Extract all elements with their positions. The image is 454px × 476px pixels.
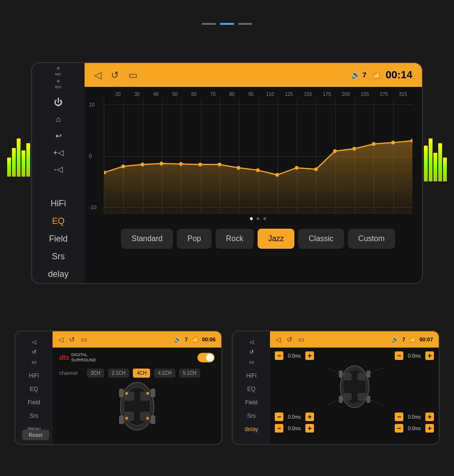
r-small-sidebar-delay[interactable]: delay <box>233 423 270 436</box>
eq-chart-area: 20 30 40 50 60 70 80 95 110 125 150 175 … <box>85 87 422 283</box>
delay-rr-minus[interactable]: − <box>395 424 403 433</box>
r-small-back-icon[interactable]: ◁ <box>249 339 253 345</box>
freq-labels: 20 30 40 50 60 70 80 95 110 125 150 175 … <box>108 92 412 97</box>
volume-display: 🔊 7 <box>351 71 367 79</box>
delay-ml-minus[interactable]: − <box>275 413 283 421</box>
delay-fr-value: 0.0ms <box>405 353 423 359</box>
r-small-sidebar-hifi[interactable]: HiFi <box>233 369 270 382</box>
small-sidebar-field[interactable]: Field <box>15 396 53 409</box>
eq-point[interactable] <box>314 167 318 171</box>
preset-pop[interactable]: Pop <box>177 229 211 249</box>
eq-point[interactable] <box>141 162 144 166</box>
ch-51ch[interactable]: 5.1CH <box>179 369 200 378</box>
r-small-sidebar-field[interactable]: Field <box>233 396 270 409</box>
dot-1[interactable] <box>250 217 253 220</box>
r-time: 00:07 <box>420 337 433 342</box>
preset-classic[interactable]: Classic <box>298 229 344 249</box>
sidebar-item-field[interactable]: Field <box>32 230 85 248</box>
dts-header: dts DIGITAL SURROUND <box>59 352 215 363</box>
delay-fr-plus[interactable]: + <box>425 351 434 360</box>
time-display: 00:14 <box>386 69 412 81</box>
rst-indicator <box>57 80 60 83</box>
sidebar-item-eq[interactable]: EQ <box>32 212 85 230</box>
eq-point[interactable] <box>237 166 240 169</box>
eq-point[interactable] <box>179 162 183 166</box>
small-sidebar-srs[interactable]: Srs <box>15 409 53 423</box>
sidebar-item-hifi[interactable]: HiFi <box>32 195 85 212</box>
ch-41ch[interactable]: 4.1CH <box>154 369 175 378</box>
delay-rl-plus[interactable]: + <box>305 424 314 433</box>
svg-point-10 <box>125 392 128 395</box>
dts-content: dts DIGITAL SURROUND channel 2CH 2.1CH 4… <box>53 348 221 435</box>
small-sidebar-hifi[interactable]: HiFi <box>15 369 53 382</box>
ch-21ch[interactable]: 2.1CH <box>108 369 129 378</box>
r-screen[interactable]: ▭ <box>298 336 304 343</box>
eq-point[interactable] <box>256 168 259 172</box>
refresh-icon[interactable]: ↺ <box>111 69 119 81</box>
small-back-icon[interactable]: ◁ <box>32 339 36 345</box>
dts-text: dts <box>59 354 69 361</box>
small-signal: 📶 <box>192 337 198 343</box>
power-icon[interactable]: ⏻ <box>54 97 63 107</box>
eq-curve-svg <box>104 99 412 213</box>
ch-4ch[interactable]: 4CH <box>133 369 150 378</box>
back-icon[interactable]: ↩ <box>55 131 62 140</box>
dot-2[interactable] <box>257 217 259 220</box>
preset-jazz[interactable]: Jazz <box>258 229 294 249</box>
delay-mr-minus[interactable]: − <box>395 413 403 421</box>
eq-point[interactable] <box>333 149 336 153</box>
svg-point-11 <box>146 392 149 395</box>
eq-point[interactable] <box>218 162 221 166</box>
back-nav-icon[interactable]: ◁ <box>94 69 101 81</box>
home-icon[interactable]: ⌂ <box>56 115 61 124</box>
preset-standard[interactable]: Standard <box>121 229 173 249</box>
delay-fl-minus[interactable]: − <box>275 351 283 360</box>
eq-point[interactable] <box>391 141 395 145</box>
small-sidebar-eq[interactable]: EQ <box>15 382 53 396</box>
delay-mr-plus[interactable]: + <box>425 413 434 421</box>
delay-rr-plus[interactable]: + <box>425 424 434 433</box>
reset-button[interactable]: Reset <box>22 430 49 440</box>
volume-up-icon[interactable]: +◁ <box>53 148 63 157</box>
delay-rl-minus[interactable]: − <box>275 424 283 433</box>
delay-area: − 0.0ms + − 0.0ms + <box>270 348 439 444</box>
volume-down-icon[interactable]: -◁ <box>54 165 62 174</box>
r-small-sidebar-srs[interactable]: Srs <box>233 409 270 423</box>
eq-point[interactable] <box>198 162 202 166</box>
r-back-nav[interactable]: ◁ <box>276 336 281 343</box>
delay-fr-minus[interactable]: − <box>395 351 403 360</box>
preset-custom[interactable]: Custom <box>348 229 395 249</box>
eq-point[interactable] <box>275 173 279 177</box>
eq-point[interactable] <box>295 166 298 169</box>
topbar-right: 🔊 7 📶 00:14 <box>351 69 412 81</box>
eq-point[interactable] <box>353 147 356 151</box>
indicator-1[interactable] <box>202 23 216 25</box>
eq-point[interactable] <box>121 164 125 168</box>
freq-60: 60 <box>184 92 204 97</box>
right-small-content: ◁ ↺ ▭ 🔊 7 📶 00:07 − 0.0ms <box>270 331 439 444</box>
r-refresh[interactable]: ↺ <box>287 336 292 343</box>
dot-3[interactable] <box>263 217 266 220</box>
sidebar-item-srs[interactable]: Srs <box>32 248 85 265</box>
small-screen-icon[interactable]: ▭ <box>32 359 36 365</box>
preset-rock[interactable]: Rock <box>216 229 254 249</box>
r-small-screen-icon[interactable]: ▭ <box>249 359 254 365</box>
indicator-2[interactable] <box>220 23 234 25</box>
delay-ml-plus[interactable]: + <box>305 413 314 421</box>
sidebar-item-delay[interactable]: delay <box>32 265 85 283</box>
small-nav-icon[interactable]: ↺ <box>32 349 36 355</box>
dts-toggle[interactable] <box>197 353 215 362</box>
small-back-nav[interactable]: ◁ <box>58 336 64 343</box>
screen-icon[interactable]: ▭ <box>129 69 138 81</box>
r-small-sidebar-eq[interactable]: EQ <box>233 382 270 396</box>
delay-car-view <box>275 363 434 411</box>
indicator-3[interactable] <box>238 23 252 25</box>
small-screen[interactable]: ▭ <box>81 336 87 343</box>
delay-fl-plus[interactable]: + <box>305 351 314 360</box>
eq-point[interactable] <box>372 142 375 146</box>
eq-point[interactable] <box>160 161 163 165</box>
small-refresh[interactable]: ↺ <box>69 336 75 343</box>
ch-2ch[interactable]: 2CH <box>87 369 104 378</box>
r-small-nav-icon[interactable]: ↺ <box>249 349 254 355</box>
eq-chart[interactable]: 10 0 -10 <box>104 99 412 213</box>
